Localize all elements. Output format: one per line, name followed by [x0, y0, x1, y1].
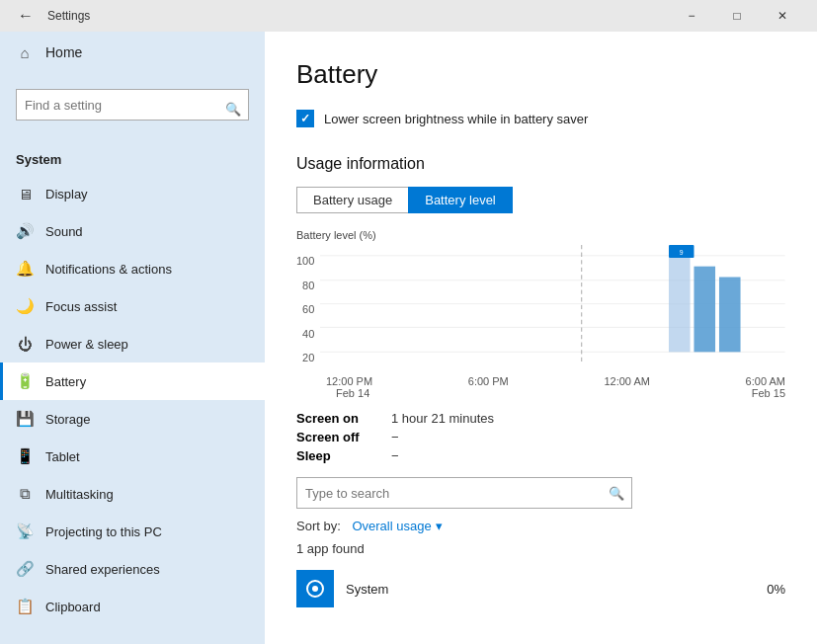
y-80: 80 [296, 280, 314, 291]
app-usage: 0% [767, 582, 785, 597]
power-label: Power & sleep [45, 337, 128, 352]
tab-row: Battery usage Battery level [296, 187, 785, 213]
notifications-icon: 🔔 [16, 260, 34, 278]
sound-label: Sound [45, 224, 83, 239]
titlebar-controls: − □ ✕ [669, 0, 805, 32]
sidebar-item-projecting[interactable]: 📡 Projecting to this PC [0, 513, 265, 550]
sidebar-item-display[interactable]: 🖥 Display [0, 175, 265, 212]
svg-text:9: 9 [680, 247, 684, 256]
back-button[interactable]: ← [12, 5, 40, 27]
x-600am: 6:00 AM [746, 375, 785, 387]
chevron-down-icon: ▾ [436, 519, 443, 533]
sidebar-item-focus[interactable]: 🌙 Focus assist [0, 287, 265, 325]
chart-with-yaxis: 100 80 60 40 20 [296, 245, 785, 373]
maximize-button[interactable]: □ [714, 0, 760, 32]
y-40: 40 [296, 328, 314, 340]
svg-rect-6 [669, 258, 691, 352]
home-icon: ⌂ [16, 43, 34, 61]
sidebar-item-tablet[interactable]: 📱 Tablet [0, 438, 265, 475]
clipboard-label: Clipboard [45, 600, 101, 614]
sidebar-item-multitasking[interactable]: ⧉ Multitasking [0, 475, 265, 513]
screen-on-row: Screen on 1 hour 21 minutes [296, 411, 785, 426]
battery-label: Battery [45, 374, 86, 389]
date-labels: Feb 14 Feb 15 [296, 387, 785, 399]
battery-saver-checkbox[interactable] [296, 110, 314, 127]
tab-battery-level[interactable]: Battery level [408, 187, 513, 213]
clipboard-icon: 📋 [16, 598, 34, 615]
screen-off-key: Screen off [296, 430, 375, 444]
screen-off-value: − [391, 430, 399, 444]
multitasking-label: Multitasking [45, 487, 114, 502]
storage-icon: 💾 [16, 410, 34, 428]
sidebar-item-clipboard[interactable]: 📋 Clipboard [0, 588, 265, 625]
system-icon [304, 578, 326, 600]
apps-search-input[interactable] [296, 477, 632, 509]
app-icon [296, 570, 334, 607]
sleep-row: Sleep − [296, 448, 785, 463]
power-icon: ⏻ [16, 335, 34, 353]
sidebar-item-power[interactable]: ⏻ Power & sleep [0, 325, 265, 362]
usage-info: Screen on 1 hour 21 minutes Screen off −… [296, 411, 785, 463]
search-wrapper: 🔍 [16, 89, 249, 128]
date-feb15: Feb 15 [693, 387, 785, 399]
apps-search-wrapper: 🔍 [296, 477, 785, 509]
sleep-key: Sleep [296, 448, 375, 463]
notifications-label: Notifications & actions [45, 262, 172, 277]
svg-rect-7 [694, 267, 716, 353]
minimize-button[interactable]: − [669, 0, 714, 32]
sidebar-item-battery[interactable]: 🔋 Battery [0, 362, 265, 400]
sort-by-label: Sort by: [296, 519, 341, 533]
screen-on-key: Screen on [296, 411, 375, 426]
date-feb14: Feb 14 [326, 387, 369, 399]
y-60: 60 [296, 303, 314, 315]
display-icon: 🖥 [16, 185, 34, 202]
shared-label: Shared experiences [45, 562, 160, 577]
battery-icon: 🔋 [16, 372, 34, 390]
sidebar-item-sound[interactable]: 🔊 Sound [0, 212, 265, 250]
sleep-value: − [391, 448, 399, 463]
apps-found-label: 1 app found [296, 541, 785, 556]
screen-off-row: Screen off − [296, 430, 785, 444]
multitasking-icon: ⧉ [16, 485, 34, 503]
y-100: 100 [296, 255, 314, 267]
svg-point-13 [312, 586, 318, 592]
usage-section-title: Usage information [296, 155, 785, 173]
sidebar-item-home[interactable]: ⌂ Home [0, 32, 265, 73]
screen-on-value: 1 hour 21 minutes [391, 411, 494, 426]
display-label: Display [45, 187, 88, 201]
y-20: 20 [296, 352, 314, 363]
page-title: Battery [296, 59, 785, 90]
x-600pm: 6:00 PM [468, 375, 509, 387]
titlebar: ← Settings − □ ✕ [0, 0, 817, 32]
close-button[interactable]: ✕ [760, 0, 805, 32]
chart-wrapper: 9 [320, 245, 785, 373]
chart-y-label: Battery level (%) [296, 229, 785, 241]
sort-by-value[interactable]: Overall usage [352, 519, 431, 533]
main-container: ⌂ Home 🔍 System 🖥 Display 🔊 Sound 🔔 Noti… [0, 32, 817, 644]
x-1200am: 12:00 AM [604, 375, 649, 387]
svg-rect-8 [719, 278, 741, 353]
focus-icon: 🌙 [16, 297, 34, 315]
y-axis-labels: 100 80 60 40 20 [296, 255, 320, 363]
battery-chart: 9 [320, 245, 785, 373]
content-area: Battery Lower screen brightness while in… [265, 32, 817, 644]
titlebar-left: ← Settings [12, 5, 90, 27]
search-input[interactable] [16, 89, 249, 121]
shared-icon: 🔗 [16, 560, 34, 578]
battery-saver-row[interactable]: Lower screen brightness while in battery… [296, 110, 785, 127]
sidebar-header: 🔍 [0, 73, 265, 144]
projecting-label: Projecting to this PC [45, 524, 162, 539]
app-row: System 0% [296, 564, 785, 613]
x-axis-labels: 12:00 PM 6:00 PM 12:00 AM 6:00 AM [296, 375, 785, 387]
system-label: System [0, 144, 265, 175]
storage-label: Storage [45, 412, 91, 427]
sidebar-item-shared[interactable]: 🔗 Shared experiences [0, 550, 265, 588]
sidebar-item-storage[interactable]: 💾 Storage [0, 400, 265, 438]
tablet-icon: 📱 [16, 447, 34, 465]
battery-saver-label: Lower screen brightness while in battery… [324, 112, 588, 126]
x-1200pm: 12:00 PM [326, 375, 372, 387]
sidebar-item-notifications[interactable]: 🔔 Notifications & actions [0, 250, 265, 287]
sidebar: ⌂ Home 🔍 System 🖥 Display 🔊 Sound 🔔 Noti… [0, 32, 265, 644]
tab-battery-usage[interactable]: Battery usage [296, 187, 408, 213]
app-name: System [346, 582, 755, 597]
